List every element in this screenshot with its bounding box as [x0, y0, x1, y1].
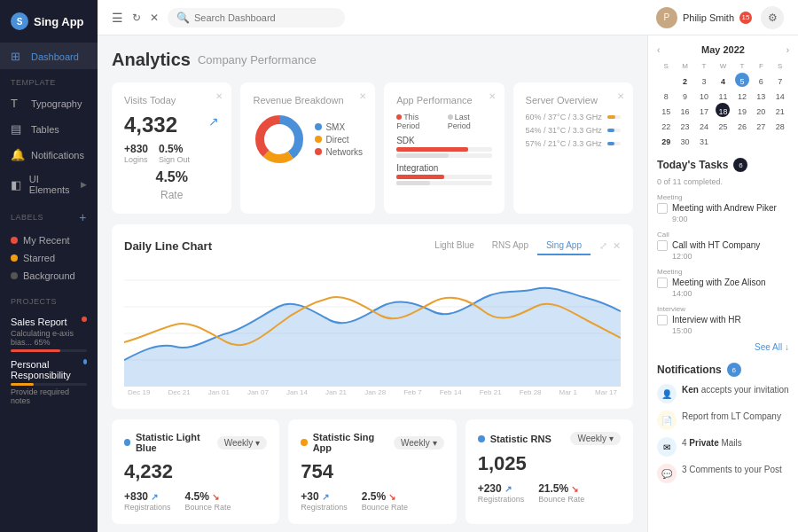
task-3: Interview Interview with HR 15:00 — [657, 305, 789, 335]
ui-icon: ◧ — [11, 178, 23, 192]
server-card: Server Overview ✕ 60% / 37°C / 3.3 GHz 5… — [513, 82, 633, 214]
cal-day-19[interactable]: 19 — [735, 103, 749, 117]
close-icon[interactable]: ✕ — [150, 12, 159, 24]
logins-stat: +830 Logins — [124, 143, 148, 164]
cal-day-3[interactable]: 3 — [697, 73, 711, 87]
cal-day-13[interactable]: 13 — [754, 88, 768, 102]
cal-day-11[interactable]: 11 — [716, 88, 730, 102]
notif-header: Notifications 6 — [657, 363, 789, 377]
sidebar-item-tables[interactable]: ▤ Tables — [0, 116, 98, 142]
chart-tab-sing[interactable]: Sing App — [537, 237, 591, 255]
projects-list: Sales Report Calculating e-axis bias... … — [0, 309, 98, 412]
chart-tab-light-blue[interactable]: Light Blue — [426, 237, 482, 255]
revenue-close-icon[interactable]: ✕ — [359, 91, 366, 101]
visits-close-icon[interactable]: ✕ — [215, 91, 223, 101]
cal-day-15[interactable]: 15 — [659, 103, 673, 117]
task-checkbox-2[interactable] — [657, 278, 668, 288]
notif-item-3: 💬 3 Comments to your Post — [657, 464, 789, 483]
cal-day-9[interactable]: 9 — [678, 88, 692, 102]
avatar: P — [656, 7, 677, 28]
cal-day-empty — [659, 73, 673, 87]
notif-item-1: 📄 Report from LT Company — [657, 411, 789, 430]
task-checkbox-0[interactable] — [657, 203, 668, 214]
cal-day-18[interactable]: 18 — [716, 103, 730, 117]
app-perf-close-icon[interactable]: ✕ — [489, 91, 496, 101]
perf-integration: Integration — [396, 163, 491, 185]
cal-day-7[interactable]: 7 — [773, 73, 787, 87]
search-bar: 🔍 — [168, 8, 345, 27]
sidebar-item-notifications[interactable]: 🔔 Notifications — [0, 142, 98, 168]
tasks-sub: 0 of 11 completed. — [657, 177, 789, 186]
page-title: Analytics — [112, 50, 191, 70]
cal-day-10[interactable]: 10 — [697, 88, 711, 102]
label-background[interactable]: Background — [11, 267, 87, 285]
personal-progress-bar — [11, 383, 87, 386]
cal-day-16[interactable]: 16 — [678, 103, 692, 117]
stat-dropdown-2[interactable]: Weekly ▾ — [570, 432, 621, 445]
notif-icon-3: 💬 — [657, 464, 677, 483]
stat-dropdown-1[interactable]: Weekly ▾ — [394, 436, 444, 450]
cal-day-8[interactable]: 8 — [659, 88, 673, 102]
line-chart-section: Daily Line Chart Light Blue RNS App Sing… — [112, 224, 633, 409]
reg-arrow-up-icon: ↗ — [151, 492, 158, 502]
sidebar-item-typography[interactable]: T Typography — [0, 90, 98, 116]
cal-day-21[interactable]: 21 — [773, 103, 787, 117]
settings-icon[interactable]: ⚙ — [761, 6, 784, 29]
logo-icon: S — [11, 12, 28, 30]
refresh-icon[interactable]: ↻ — [132, 12, 141, 24]
labels-section-label: LABELS + — [0, 201, 98, 228]
cal-day-31[interactable]: 31 — [697, 133, 711, 147]
visits-value: 4,332 — [124, 113, 219, 137]
cal-day-29[interactable]: 29 — [659, 133, 673, 147]
stat-dot-1 — [301, 439, 307, 446]
stat-dropdown-0[interactable]: Weekly ▾ — [217, 436, 268, 450]
cal-day-5[interactable]: 5 — [735, 73, 749, 87]
label-starred[interactable]: Starred — [11, 249, 87, 267]
cal-day-22[interactable]: 22 — [659, 118, 673, 132]
cal-day-24[interactable]: 24 — [697, 118, 711, 132]
server-title: Server Overview — [526, 95, 621, 106]
cal-day-23[interactable]: 23 — [678, 118, 692, 132]
bounce-arrow-down-icon-2: ↘ — [571, 484, 578, 494]
stat-reg-2: +230 ↗ Registrations — [478, 482, 525, 504]
cal-day-17[interactable]: 17 — [697, 103, 711, 117]
chart-expand-icon[interactable]: ⤢ — [599, 240, 607, 252]
cal-day-14[interactable]: 14 — [773, 88, 787, 102]
cal-day-28[interactable]: 28 — [773, 118, 787, 132]
cal-day-2[interactable]: 2 — [678, 73, 692, 87]
sidebar-item-dashboard[interactable]: ⊞ Dashboard — [0, 43, 98, 69]
reg-arrow-up-icon-1: ↗ — [322, 492, 329, 502]
hamburger-icon[interactable]: ☰ — [112, 11, 123, 25]
app-perf-card: App Performance ✕ This Period Last Perio… — [384, 82, 504, 214]
chart-tab-rns[interactable]: RNS App — [483, 237, 537, 255]
donut-container: SMX Direct Networks — [253, 113, 363, 166]
cal-day-20[interactable]: 20 — [754, 103, 768, 117]
sidebar: S Sing App ⊞ Dashboard TEMPLATE T Typogr… — [0, 0, 98, 532]
add-label-button[interactable]: + — [79, 210, 87, 224]
notif-badge: 6 — [727, 363, 741, 377]
search-input[interactable] — [194, 12, 336, 23]
cal-next-icon[interactable]: › — [786, 45, 789, 55]
stat-reg-1: +30 ↗ Registrations — [301, 490, 348, 512]
task-checkbox-3[interactable] — [657, 315, 668, 325]
label-my-recent[interactable]: My Recent — [11, 231, 87, 249]
reg-arrow-up-icon-2: ↗ — [505, 484, 512, 494]
cal-day-27[interactable]: 27 — [754, 118, 768, 132]
stat-bounce-0: 4.5% ↘ Bounce Rate — [185, 490, 231, 512]
chart-close-icon[interactable]: ✕ — [613, 240, 621, 252]
cal-day-25[interactable]: 25 — [716, 118, 730, 132]
cal-day-12[interactable]: 12 — [735, 88, 749, 102]
task-2: Meeting Meeting with Zoe Alison 14:00 — [657, 268, 789, 298]
project-personal: Personal Responsibility Provide required… — [11, 356, 87, 409]
server-close-icon[interactable]: ✕ — [617, 91, 624, 101]
line-chart-svg — [124, 262, 621, 387]
cal-day-26[interactable]: 26 — [735, 118, 749, 132]
see-all-button[interactable]: See All ↓ — [657, 342, 789, 352]
smx-dot — [315, 123, 322, 130]
sidebar-item-ui-elements[interactable]: ◧ UI Elements ▶ — [0, 168, 98, 201]
task-checkbox-1[interactable] — [657, 240, 668, 251]
cal-day-30[interactable]: 30 — [678, 133, 692, 147]
cal-day-4[interactable]: 4 — [716, 73, 730, 87]
cal-day-6[interactable]: 6 — [754, 73, 768, 87]
revenue-title: Revenue Breakdown — [253, 95, 363, 106]
